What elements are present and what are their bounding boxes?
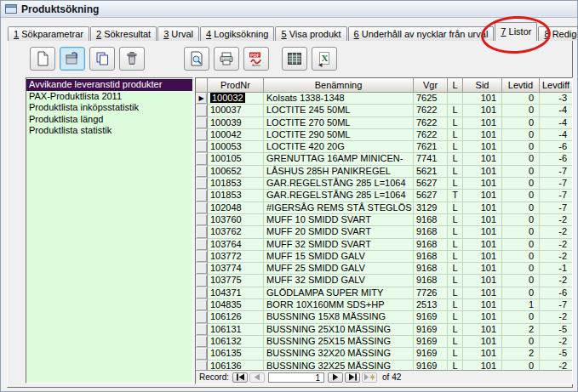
- row-selector[interactable]: [196, 324, 208, 336]
- cell-vgr[interactable]: 7622: [414, 105, 448, 116]
- cell-levdiff[interactable]: -5: [540, 348, 572, 360]
- row-selector[interactable]: [196, 336, 208, 348]
- cell-prodnr[interactable]: 102048: [208, 202, 264, 214]
- cell-benamning[interactable]: #IGERSÅG REMS STÅ STEGLÖS: [264, 202, 414, 214]
- copy-button[interactable]: [89, 47, 115, 71]
- cell-l[interactable]: L: [448, 178, 463, 190]
- cell-benamning[interactable]: BUSSNING 32X25 MÄSSING: [264, 361, 414, 370]
- cell-benamning[interactable]: MUFF 25 SMIDD GALV: [264, 263, 414, 275]
- new-button[interactable]: [30, 47, 55, 71]
- tab-1[interactable]: 1 Sökparametrar: [8, 26, 89, 41]
- row-selector[interactable]: [196, 348, 208, 360]
- cell-prodnr[interactable]: 106131: [208, 324, 264, 336]
- cell-sid[interactable]: 101: [463, 311, 502, 323]
- cell-sid[interactable]: 101: [463, 153, 502, 165]
- cell-prodnr[interactable]: 103772: [208, 251, 264, 263]
- cell-levdiff[interactable]: -3: [540, 93, 572, 105]
- cell-vgr[interactable]: 5627: [414, 190, 448, 202]
- cell-sid[interactable]: 101: [463, 202, 502, 214]
- cell-l[interactable]: L: [448, 117, 463, 129]
- cell-benamning[interactable]: Kolsats 1338-1348: [264, 93, 414, 105]
- cell-sid[interactable]: 101: [463, 129, 502, 141]
- cell-levdiff[interactable]: -2: [540, 361, 572, 370]
- cell-vgr[interactable]: 9169: [414, 348, 448, 360]
- cell-levtid[interactable]: 0: [502, 202, 540, 214]
- cell-sid[interactable]: 101: [463, 263, 502, 275]
- cell-levdiff[interactable]: -6: [540, 141, 572, 153]
- cell-sid[interactable]: 101: [463, 299, 502, 311]
- cell-levtid[interactable]: 0: [502, 214, 540, 226]
- delete-button[interactable]: [119, 47, 145, 71]
- row-selector[interactable]: [196, 214, 208, 226]
- cell-prodnr[interactable]: 106132: [208, 336, 264, 348]
- cell-prodnr[interactable]: 100032: [208, 93, 264, 105]
- cell-sid[interactable]: 101: [463, 226, 502, 238]
- cell-benamning[interactable]: LOCTITE 420 20G: [264, 141, 414, 153]
- cell-benamning[interactable]: LOCTITE 290 50ML: [264, 129, 414, 141]
- record-number-input[interactable]: 1: [268, 372, 324, 383]
- cell-levtid[interactable]: 0: [502, 93, 540, 105]
- cell-prodnr[interactable]: 100053: [208, 141, 264, 153]
- cell-prodnr[interactable]: 100037: [208, 105, 264, 116]
- cell-l[interactable]: L: [448, 202, 463, 214]
- list-item[interactable]: Produktlista längd: [26, 114, 192, 126]
- cell-levtid[interactable]: 0: [502, 251, 540, 263]
- row-selector[interactable]: [196, 105, 208, 116]
- cell-levtid[interactable]: 0: [502, 190, 540, 202]
- cell-vgr[interactable]: 3129: [414, 202, 448, 214]
- cell-l[interactable]: L: [448, 336, 463, 348]
- tab-3[interactable]: 3 Urval: [157, 26, 199, 41]
- cell-levtid[interactable]: 0: [502, 166, 540, 178]
- cell-benamning[interactable]: BUSSNING 25X10 MÄSSING: [264, 324, 414, 336]
- cell-levdiff[interactable]: -2: [540, 251, 572, 263]
- next-record-button[interactable]: [328, 372, 343, 383]
- cell-levtid[interactable]: 0: [502, 311, 540, 323]
- cell-prodnr[interactable]: 103762: [208, 226, 264, 238]
- cell-vgr[interactable]: 9169: [414, 311, 448, 323]
- cell-prodnr[interactable]: 101853: [208, 190, 264, 202]
- cell-prodnr[interactable]: 106126: [208, 311, 264, 323]
- cell-levtid[interactable]: 0: [502, 361, 540, 370]
- cell-l[interactable]: L: [448, 105, 463, 116]
- cell-prodnr[interactable]: 104835: [208, 299, 264, 311]
- cell-benamning[interactable]: MUFF 20 SMIDD SVART: [264, 226, 414, 238]
- cell-levdiff[interactable]: -7: [540, 178, 572, 190]
- cell-levtid[interactable]: 0: [502, 129, 540, 141]
- cell-levtid[interactable]: 0: [502, 178, 540, 190]
- cell-vgr[interactable]: 7726: [414, 287, 448, 299]
- row-selector[interactable]: [196, 226, 208, 238]
- cell-levdiff[interactable]: -6: [540, 287, 572, 299]
- row-selector[interactable]: [196, 311, 208, 323]
- row-selector[interactable]: [196, 153, 208, 165]
- row-selector[interactable]: [196, 129, 208, 141]
- cell-l[interactable]: L: [448, 324, 463, 336]
- cell-prodnr[interactable]: 103764: [208, 239, 264, 251]
- cell-prodnr[interactable]: 103775: [208, 275, 264, 287]
- cell-benamning[interactable]: BUSSNING 32X20 MÄSSING: [264, 348, 414, 360]
- cell-sid[interactable]: 101: [463, 105, 502, 116]
- cell-l[interactable]: L: [448, 251, 463, 263]
- cell-benamning[interactable]: MUFF 15 SMIDD GALV: [264, 251, 414, 263]
- cell-levdiff[interactable]: -2: [540, 311, 572, 323]
- previous-record-button[interactable]: [249, 372, 265, 383]
- cell-vgr[interactable]: 9169: [414, 324, 448, 336]
- cell-prodnr[interactable]: 100039: [208, 117, 264, 129]
- cell-sid[interactable]: 101: [463, 141, 502, 153]
- cell-vgr[interactable]: 9168: [414, 251, 448, 263]
- cell-benamning[interactable]: GLÖDLAMPA SUPER MITY: [264, 287, 414, 299]
- list-item[interactable]: Produktlista inköpsstatistik: [26, 102, 192, 114]
- tab-4[interactable]: 4 Logiksökning: [200, 26, 274, 41]
- cell-prodnr[interactable]: 104371: [208, 287, 264, 299]
- cell-benamning[interactable]: LOCTITE 245 50ML: [264, 105, 414, 116]
- cell-sid[interactable]: 101: [463, 287, 502, 299]
- cell-levdiff[interactable]: -5: [540, 324, 572, 336]
- save-button[interactable]: [60, 47, 85, 71]
- cell-vgr[interactable]: 9168: [414, 226, 448, 238]
- current-row-marker[interactable]: ▶: [196, 93, 208, 105]
- cell-vgr[interactable]: 9168: [414, 275, 448, 287]
- row-selector[interactable]: [196, 299, 208, 311]
- cell-levtid[interactable]: 0: [502, 117, 540, 129]
- first-record-button[interactable]: [232, 372, 248, 383]
- cell-vgr[interactable]: 9169: [414, 361, 448, 370]
- cell-prodnr[interactable]: 103774: [208, 263, 264, 275]
